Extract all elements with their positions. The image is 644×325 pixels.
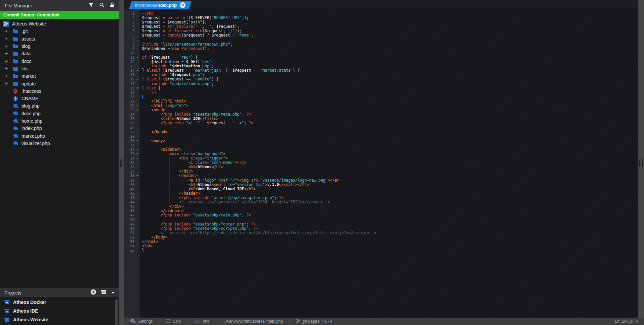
code-line[interactable]: 20: [124, 95, 638, 99]
drag-grip-icon[interactable]: [639, 159, 643, 167]
line-number[interactable]: 37: [124, 169, 140, 174]
code-line[interactable]: 6$request = !empty($request) ? $request …: [124, 33, 638, 38]
line-number[interactable]: 10: [124, 51, 140, 55]
line-number[interactable]: 23: [124, 108, 140, 112]
line-number[interactable]: 40: [124, 183, 140, 187]
fold-icon[interactable]: [137, 158, 139, 159]
line-number[interactable]: 53: [124, 240, 140, 244]
code-line[interactable]: 17 include "update/index.php";: [124, 82, 638, 86]
code-line[interactable]: 19 ?>: [124, 90, 638, 95]
code-line[interactable]: 41 <h2>Web Based, Cloud IDE</h2>: [124, 187, 638, 191]
line-number[interactable]: 25: [124, 117, 140, 121]
line-number[interactable]: 28: [124, 130, 140, 134]
line-number[interactable]: 33: [124, 152, 140, 156]
line-number[interactable]: 7: [124, 38, 140, 42]
tree-item--htaccess[interactable]: .htaccess: [0, 87, 119, 95]
fold-icon[interactable]: [137, 153, 139, 155]
line-number[interactable]: 35: [124, 160, 140, 165]
code-line[interactable]: 31: [124, 143, 638, 147]
line-number[interactable]: 12: [124, 60, 140, 64]
line-number[interactable]: 31: [124, 143, 140, 147]
git-status[interactable]: gh-pages: +0, -0: [296, 319, 332, 324]
code-line[interactable]: 52 </body>: [124, 235, 638, 240]
line-number[interactable]: 42: [124, 191, 140, 196]
code-line-text[interactable]: [140, 217, 142, 222]
right-panel-handle[interactable]: [638, 0, 644, 318]
tree-item-index-php[interactable]: index.php: [0, 125, 119, 132]
line-number[interactable]: 34: [124, 156, 140, 160]
code-line[interactable]: 37 </div>: [124, 169, 638, 174]
line-number[interactable]: 4: [124, 24, 140, 29]
project-item-atheos-website[interactable]: Atheos Website: [0, 315, 114, 324]
line-number[interactable]: 51: [124, 231, 140, 235]
settings-button[interactable]: Settings: [130, 318, 153, 324]
code-line-text[interactable]: [140, 95, 143, 99]
line-number[interactable]: 49: [124, 222, 140, 226]
line-number[interactable]: 54: [124, 244, 140, 248]
expand-icon[interactable]: +: [3, 66, 9, 71]
line-number[interactable]: 52: [124, 235, 140, 240]
code-line[interactable]: 21 <!DOCTYPE html>: [124, 99, 638, 104]
line-number[interactable]: 46: [124, 209, 140, 213]
line-number[interactable]: 5: [124, 29, 140, 33]
project-item-atheos-docker[interactable]: Atheos Docker: [0, 298, 114, 307]
tree-item-cname[interactable]: CNAME: [0, 95, 119, 102]
line-number[interactable]: 11: [124, 55, 140, 60]
lock-icon[interactable]: [110, 2, 114, 9]
tree-item-assets[interactable]: +assets: [0, 35, 119, 43]
line-number[interactable]: 50: [124, 226, 140, 231]
line-number[interactable]: 30: [124, 139, 140, 143]
line-number[interactable]: 13: [124, 64, 140, 68]
line-number[interactable]: 44: [124, 200, 140, 204]
code-line-text[interactable]: <!--<script src="https://cdn.jsdelivr.ne…: [140, 231, 376, 235]
split-button[interactable]: Split: [166, 319, 180, 324]
sidebar-resize-handle[interactable]: [119, 0, 124, 325]
code-line-text[interactable]: $Parsedown = new Parsedown();: [140, 47, 209, 51]
expand-icon[interactable]: +: [3, 74, 9, 78]
code-line[interactable]: 45 </div>: [124, 204, 638, 209]
tree-item--git[interactable]: +.git: [0, 27, 119, 35]
expand-icon[interactable]: +: [3, 81, 9, 86]
fold-icon[interactable]: [137, 79, 139, 80]
tree-item-update[interactable]: +update: [0, 80, 119, 87]
tree-item-market[interactable]: +market: [0, 72, 119, 80]
code-line-text[interactable]: [140, 38, 142, 42]
filter-icon[interactable]: [89, 3, 94, 9]
archive-icon[interactable]: [101, 290, 107, 296]
line-number[interactable]: 20: [124, 95, 140, 99]
code-line-text[interactable]: [140, 143, 142, 147]
code-line[interactable]: 18} else {: [124, 86, 638, 90]
code-line[interactable]: 29: [124, 134, 638, 139]
code-line[interactable]: 30 <body>: [124, 139, 638, 143]
code-line[interactable]: 55}: [124, 248, 638, 253]
code-line[interactable]: 44 <!--<canvas id="synthetic" width="102…: [124, 200, 638, 204]
code-line[interactable]: 28 </head>: [124, 130, 638, 134]
projects-scrollbar[interactable]: [115, 299, 118, 325]
line-number[interactable]: 18: [124, 86, 140, 90]
line-number[interactable]: 26: [124, 121, 140, 125]
fold-icon[interactable]: [137, 70, 139, 71]
tree-item-docs[interactable]: +docs: [0, 57, 119, 65]
line-number[interactable]: 36: [124, 165, 140, 169]
tree-item-market-php[interactable]: market.php: [0, 132, 119, 139]
code-line-text[interactable]: [140, 134, 142, 139]
code-line[interactable]: 54<?php: [124, 244, 638, 248]
tree-item-data[interactable]: +data: [0, 50, 119, 57]
fold-icon[interactable]: [137, 87, 139, 89]
tree-item-blog-php[interactable]: blog.php: [0, 102, 119, 110]
line-number[interactable]: 27: [124, 125, 140, 130]
line-number[interactable]: 48: [124, 217, 140, 222]
line-number[interactable]: 43: [124, 196, 140, 200]
code-line[interactable]: 10: [124, 51, 638, 55]
file-path[interactable]: .../var/www/html/atheos/index.php: [223, 319, 283, 324]
line-number[interactable]: 32: [124, 147, 140, 152]
code-line-text[interactable]: <?php echo "<!--" . $request . "-->"; ?>: [140, 121, 253, 125]
line-number[interactable]: 45: [124, 204, 140, 209]
line-number[interactable]: 22: [124, 104, 140, 108]
code-line-text[interactable]: ?>: [140, 90, 156, 95]
drag-grip-icon[interactable]: [120, 159, 123, 167]
code-line-text[interactable]: } else {: [140, 86, 160, 90]
line-number[interactable]: 1: [124, 11, 140, 16]
code-line-text[interactable]: <?php include "assets/php/main.php"; ?>: [140, 213, 251, 217]
tree-item-home-php[interactable]: home.php: [0, 117, 119, 125]
